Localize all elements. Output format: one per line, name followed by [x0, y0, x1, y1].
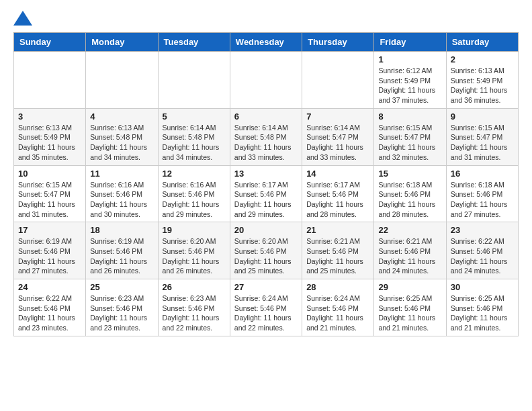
day-info: Sunrise: 6:15 AM Sunset: 5:47 PM Dayligh…	[451, 123, 514, 163]
calendar-day-30: 30Sunrise: 6:25 AM Sunset: 5:46 PM Dayli…	[446, 279, 518, 336]
calendar-day-3: 3Sunrise: 6:13 AM Sunset: 5:49 PM Daylig…	[14, 108, 86, 165]
day-info: Sunrise: 6:18 AM Sunset: 5:46 PM Dayligh…	[451, 180, 514, 220]
day-info: Sunrise: 6:15 AM Sunset: 5:47 PM Dayligh…	[378, 123, 441, 163]
day-number: 18	[90, 225, 153, 235]
day-number: 28	[306, 282, 369, 292]
calendar-day-7: 7Sunrise: 6:14 AM Sunset: 5:47 PM Daylig…	[302, 108, 374, 165]
page: SundayMondayTuesdayWednesdayThursdayFrid…	[0, 0, 532, 347]
calendar-day-29: 29Sunrise: 6:25 AM Sunset: 5:46 PM Dayli…	[374, 279, 446, 336]
calendar-day-17: 17Sunrise: 6:19 AM Sunset: 5:46 PM Dayli…	[14, 222, 86, 279]
calendar-empty	[86, 52, 158, 109]
calendar-day-28: 28Sunrise: 6:24 AM Sunset: 5:46 PM Dayli…	[302, 279, 374, 336]
day-number: 7	[306, 111, 369, 122]
logo-icon	[13, 11, 32, 26]
day-number: 12	[163, 169, 226, 179]
day-number: 19	[163, 225, 226, 235]
calendar-empty	[158, 52, 230, 109]
day-info: Sunrise: 6:18 AM Sunset: 5:46 PM Dayligh…	[378, 180, 441, 220]
day-info: Sunrise: 6:12 AM Sunset: 5:49 PM Dayligh…	[378, 66, 441, 105]
calendar-empty	[302, 52, 374, 109]
day-info: Sunrise: 6:20 AM Sunset: 5:46 PM Dayligh…	[234, 236, 298, 276]
day-info: Sunrise: 6:23 AM Sunset: 5:46 PM Dayligh…	[163, 293, 226, 333]
day-number: 27	[234, 282, 298, 292]
calendar-header-monday: Monday	[86, 33, 158, 52]
day-info: Sunrise: 6:13 AM Sunset: 5:48 PM Dayligh…	[90, 123, 153, 163]
day-info: Sunrise: 6:23 AM Sunset: 5:46 PM Dayligh…	[90, 293, 153, 333]
calendar-day-9: 9Sunrise: 6:15 AM Sunset: 5:47 PM Daylig…	[446, 108, 518, 165]
calendar-empty	[14, 52, 86, 109]
day-number: 14	[306, 169, 369, 179]
calendar-day-2: 2Sunrise: 6:13 AM Sunset: 5:49 PM Daylig…	[446, 52, 518, 109]
calendar-week-4: 17Sunrise: 6:19 AM Sunset: 5:46 PM Dayli…	[14, 222, 519, 279]
header	[13, 11, 519, 26]
day-number: 23	[451, 225, 514, 235]
calendar-day-15: 15Sunrise: 6:18 AM Sunset: 5:46 PM Dayli…	[374, 165, 446, 222]
day-number: 25	[90, 282, 153, 292]
day-number: 5	[163, 111, 226, 122]
day-info: Sunrise: 6:24 AM Sunset: 5:46 PM Dayligh…	[306, 293, 369, 333]
calendar-day-13: 13Sunrise: 6:17 AM Sunset: 5:46 PM Dayli…	[230, 165, 302, 222]
day-info: Sunrise: 6:21 AM Sunset: 5:46 PM Dayligh…	[378, 236, 441, 276]
calendar-day-24: 24Sunrise: 6:22 AM Sunset: 5:46 PM Dayli…	[14, 279, 86, 336]
calendar-header-saturday: Saturday	[446, 33, 518, 52]
day-number: 11	[90, 169, 153, 179]
day-number: 9	[451, 111, 514, 122]
day-number: 1	[378, 54, 441, 64]
day-number: 22	[378, 225, 441, 235]
calendar-header-thursday: Thursday	[302, 33, 374, 52]
calendar-week-2: 3Sunrise: 6:13 AM Sunset: 5:49 PM Daylig…	[14, 108, 519, 165]
calendar-week-1: 1Sunrise: 6:12 AM Sunset: 5:49 PM Daylig…	[14, 52, 519, 109]
calendar-day-10: 10Sunrise: 6:15 AM Sunset: 5:47 PM Dayli…	[14, 165, 86, 222]
logo	[13, 11, 35, 26]
calendar-day-6: 6Sunrise: 6:14 AM Sunset: 5:48 PM Daylig…	[230, 108, 302, 165]
day-info: Sunrise: 6:21 AM Sunset: 5:46 PM Dayligh…	[306, 236, 369, 276]
calendar-day-18: 18Sunrise: 6:19 AM Sunset: 5:46 PM Dayli…	[86, 222, 158, 279]
day-number: 6	[234, 111, 298, 122]
calendar-header-sunday: Sunday	[14, 33, 86, 52]
day-number: 24	[18, 282, 81, 292]
calendar-day-11: 11Sunrise: 6:16 AM Sunset: 5:46 PM Dayli…	[86, 165, 158, 222]
calendar-week-5: 24Sunrise: 6:22 AM Sunset: 5:46 PM Dayli…	[14, 279, 519, 336]
day-info: Sunrise: 6:25 AM Sunset: 5:46 PM Dayligh…	[378, 293, 441, 333]
day-number: 8	[378, 111, 441, 122]
calendar-day-19: 19Sunrise: 6:20 AM Sunset: 5:46 PM Dayli…	[158, 222, 230, 279]
calendar-header-friday: Friday	[374, 33, 446, 52]
day-info: Sunrise: 6:19 AM Sunset: 5:46 PM Dayligh…	[18, 236, 81, 276]
day-info: Sunrise: 6:14 AM Sunset: 5:48 PM Dayligh…	[234, 123, 298, 163]
day-info: Sunrise: 6:16 AM Sunset: 5:46 PM Dayligh…	[163, 180, 226, 220]
calendar: SundayMondayTuesdayWednesdayThursdayFrid…	[13, 32, 519, 336]
day-info: Sunrise: 6:19 AM Sunset: 5:46 PM Dayligh…	[90, 236, 153, 276]
calendar-day-22: 22Sunrise: 6:21 AM Sunset: 5:46 PM Dayli…	[374, 222, 446, 279]
day-number: 21	[306, 225, 369, 235]
day-number: 2	[451, 54, 514, 64]
calendar-day-12: 12Sunrise: 6:16 AM Sunset: 5:46 PM Dayli…	[158, 165, 230, 222]
day-number: 4	[90, 111, 153, 122]
day-number: 29	[378, 282, 441, 292]
day-info: Sunrise: 6:16 AM Sunset: 5:46 PM Dayligh…	[90, 180, 153, 220]
day-number: 13	[234, 169, 298, 179]
day-number: 30	[451, 282, 514, 292]
calendar-day-20: 20Sunrise: 6:20 AM Sunset: 5:46 PM Dayli…	[230, 222, 302, 279]
day-info: Sunrise: 6:13 AM Sunset: 5:49 PM Dayligh…	[451, 66, 514, 105]
day-number: 3	[18, 111, 81, 122]
calendar-day-8: 8Sunrise: 6:15 AM Sunset: 5:47 PM Daylig…	[374, 108, 446, 165]
day-number: 20	[234, 225, 298, 235]
day-number: 15	[378, 169, 441, 179]
calendar-day-5: 5Sunrise: 6:14 AM Sunset: 5:48 PM Daylig…	[158, 108, 230, 165]
day-info: Sunrise: 6:25 AM Sunset: 5:46 PM Dayligh…	[451, 293, 514, 333]
day-number: 17	[18, 225, 81, 235]
svg-marker-0	[13, 11, 32, 26]
calendar-day-27: 27Sunrise: 6:24 AM Sunset: 5:46 PM Dayli…	[230, 279, 302, 336]
day-info: Sunrise: 6:14 AM Sunset: 5:48 PM Dayligh…	[163, 123, 226, 163]
calendar-day-1: 1Sunrise: 6:12 AM Sunset: 5:49 PM Daylig…	[374, 52, 446, 109]
day-info: Sunrise: 6:17 AM Sunset: 5:46 PM Dayligh…	[306, 180, 369, 220]
day-info: Sunrise: 6:15 AM Sunset: 5:47 PM Dayligh…	[18, 180, 81, 220]
day-info: Sunrise: 6:24 AM Sunset: 5:46 PM Dayligh…	[234, 293, 298, 333]
day-info: Sunrise: 6:20 AM Sunset: 5:46 PM Dayligh…	[163, 236, 226, 276]
calendar-day-26: 26Sunrise: 6:23 AM Sunset: 5:46 PM Dayli…	[158, 279, 230, 336]
calendar-day-4: 4Sunrise: 6:13 AM Sunset: 5:48 PM Daylig…	[86, 108, 158, 165]
day-info: Sunrise: 6:22 AM Sunset: 5:46 PM Dayligh…	[451, 236, 514, 276]
calendar-day-25: 25Sunrise: 6:23 AM Sunset: 5:46 PM Dayli…	[86, 279, 158, 336]
day-info: Sunrise: 6:17 AM Sunset: 5:46 PM Dayligh…	[234, 180, 298, 220]
day-info: Sunrise: 6:13 AM Sunset: 5:49 PM Dayligh…	[18, 123, 81, 163]
